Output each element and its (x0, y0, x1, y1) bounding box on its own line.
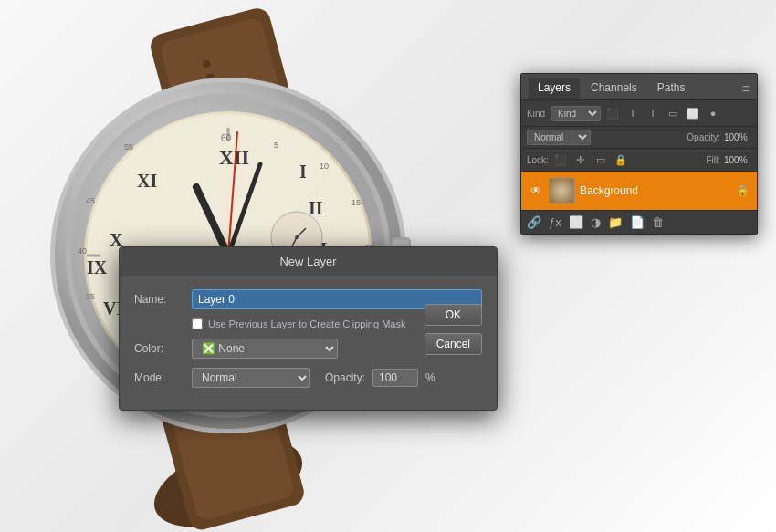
panel-menu-icon[interactable]: ≡ (742, 81, 750, 96)
adjustment-button[interactable]: ◑ (591, 215, 601, 229)
svg-text:I: I (299, 162, 307, 182)
kind-label: Kind (527, 109, 545, 119)
svg-text:5: 5 (274, 141, 278, 150)
mode-label: Mode: (134, 371, 184, 384)
opacity-dialog-label: Opacity: (325, 371, 365, 384)
panel-footer: 🔗 ƒx ⬜ ◑ 📁 📄 🗑 (521, 210, 757, 234)
opacity-dialog-input[interactable] (372, 369, 418, 387)
lock-fill-row: Lock: ⬛ ✛ ▭ 🔒 Fill: 100% (521, 149, 757, 172)
percent-label: % (425, 371, 435, 384)
blend-mode-select[interactable]: Normal (527, 130, 591, 145)
lock-pixels-icon[interactable]: ⬛ (552, 151, 569, 168)
svg-text:10: 10 (320, 162, 329, 171)
mode-row: Mode: Normal Dissolve Multiply Screen Op… (134, 368, 482, 388)
svg-text:35: 35 (86, 292, 95, 301)
dialog-title: New Layer (120, 247, 497, 276)
color-label: Color: (134, 342, 184, 355)
delete-layer-button[interactable]: 🗑 (652, 215, 664, 229)
clipping-mask-checkbox[interactable] (192, 318, 203, 329)
cancel-button[interactable]: Cancel (425, 333, 482, 355)
mode-select[interactable]: Normal Dissolve Multiply Screen (192, 368, 310, 388)
shape-icon[interactable]: ▭ (665, 105, 681, 121)
extra-icon[interactable]: ● (705, 105, 721, 121)
fx-icon[interactable]: ƒx (549, 215, 561, 229)
link-icon[interactable]: 🔗 (527, 215, 541, 229)
svg-text:XI: XI (137, 171, 157, 191)
layer-thumbnail (549, 178, 574, 203)
svg-text:55: 55 (124, 142, 133, 151)
layers-panel: Layers Channels Paths ≡ Kind Kind ⬛ T T … (520, 73, 758, 235)
kind-toolbar: Kind Kind ⬛ T T ▭ ⬜ ● (521, 100, 757, 127)
svg-text:45: 45 (86, 196, 95, 205)
lock-position-icon[interactable]: ✛ (572, 151, 589, 168)
blend-opacity-row: Normal Opacity: 100% (521, 127, 757, 149)
opacity-value: 100% (724, 132, 751, 142)
name-label: Name: (134, 293, 184, 306)
svg-text:40: 40 (78, 246, 87, 256)
tab-channels[interactable]: Channels (582, 78, 646, 99)
layer-lock-icon: 🔒 (736, 184, 750, 197)
new-layer-button[interactable]: 📄 (630, 215, 645, 229)
svg-text:15: 15 (351, 198, 361, 207)
layer-name: Background (580, 184, 730, 197)
panel-tab-bar: Layers Channels Paths ≡ (521, 74, 757, 100)
lock-artboard-icon[interactable]: ▭ (592, 151, 609, 168)
lock-label: Lock: (527, 155, 549, 165)
smart-icon[interactable]: ⬜ (685, 105, 701, 121)
type-icon[interactable]: T (645, 105, 661, 121)
pixel-icon[interactable]: ⬛ (604, 105, 621, 121)
mask-button[interactable]: ⬜ (569, 215, 583, 229)
opacity-label: Opacity: (687, 132, 720, 142)
fill-value: 100% (724, 155, 751, 165)
fill-label: Fill: (706, 155, 720, 165)
kind-select[interactable]: Kind (551, 106, 601, 121)
svg-text:60: 60 (221, 133, 232, 143)
color-select[interactable]: ❎ None Red Orange Yellow Green Blue Viol… (192, 339, 338, 359)
tab-layers[interactable]: Layers (529, 78, 580, 99)
clipping-mask-label: Use Previous Layer to Create Clipping Ma… (208, 318, 405, 329)
eye-icon[interactable]: 👁 (529, 184, 543, 197)
ok-button[interactable]: OK (425, 304, 482, 326)
svg-text:IX: IX (87, 257, 108, 277)
group-button[interactable]: 📁 (608, 215, 623, 229)
new-layer-dialog: New Layer Name: Use Previous Layer to Cr… (119, 246, 498, 411)
tab-paths[interactable]: Paths (648, 78, 695, 99)
dialog-buttons: OK Cancel (425, 304, 482, 355)
lock-all-icon[interactable]: 🔒 (613, 151, 629, 168)
layer-row-background[interactable]: 👁 Background 🔒 (521, 172, 757, 210)
adjustment-icon[interactable]: T (624, 105, 641, 121)
svg-text:II: II (309, 198, 323, 218)
